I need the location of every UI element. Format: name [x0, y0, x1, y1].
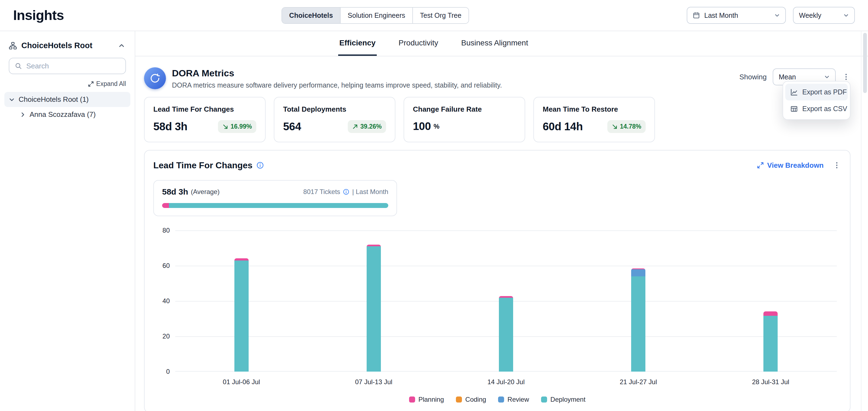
main-content: EfficiencyProductivityBusiness Alignment… [135, 31, 868, 411]
granularity-select[interactable]: Weekly [793, 7, 855, 24]
chart-bar[interactable] [235, 258, 249, 372]
legend-label: Review [507, 396, 529, 403]
y-axis-tick-label: 0 [166, 368, 170, 375]
progress-segment-deployment [169, 203, 388, 208]
summary-qualifier: (Average) [191, 188, 220, 196]
lead-time-kebab-menu-button[interactable] [832, 159, 841, 171]
header-selects: Last Month Weekly [687, 7, 855, 24]
trend-delta-value: 14.78% [620, 123, 641, 130]
y-axis-tick-label: 80 [162, 227, 170, 234]
tab-efficiency[interactable]: Efficiency [338, 31, 376, 56]
legend-item-deployment[interactable]: Deployment [541, 396, 585, 403]
info-icon[interactable] [343, 189, 349, 195]
showing-select-value: Mean [779, 73, 820, 81]
search-box[interactable] [9, 58, 126, 74]
org-tabs: ChoiceHotelsSolution EngineersTest Org T… [281, 7, 469, 24]
x-axis-label: 14 Jul-20 Jul [440, 378, 572, 386]
legend-item-coding[interactable]: Coding [456, 396, 486, 403]
legend-item-review[interactable]: Review [498, 396, 529, 403]
metric-card-label: Total Deployments [283, 105, 386, 113]
trend-delta-value: 16.99% [230, 123, 252, 130]
info-icon[interactable] [256, 162, 264, 169]
dora-title: DORA Metrics [172, 68, 502, 78]
sidebar-collapse-button[interactable] [117, 41, 126, 50]
summary-period: | Last Month [352, 188, 388, 196]
chevron-down-icon [774, 12, 780, 18]
metric-card-mean-time-to-restore: Mean Time To Restore60d 14h14.78% [533, 97, 655, 142]
trend-down-icon [222, 124, 228, 130]
period-select[interactable]: Last Month [687, 7, 786, 24]
summary-row: 58d 3h (Average) 8017 Tickets | Last Mon… [162, 187, 388, 197]
bar-segment-deployment [764, 316, 778, 372]
legend-label: Planning [418, 396, 444, 403]
expand-all-button[interactable]: Expand All [88, 80, 126, 88]
scrollbar-thumb[interactable] [863, 33, 867, 93]
export-menu: Export as PDFExport as CSV [782, 81, 850, 120]
summary-meta: 8017 Tickets | Last Month [303, 188, 388, 196]
menu-item-export-as-pdf[interactable]: Export as PDF [785, 84, 848, 100]
tree-item-label: ChoiceHotels Root (1) [19, 95, 89, 104]
lead-time-summary: 58d 3h (Average) 8017 Tickets | Last Mon… [153, 180, 397, 216]
chart-x-labels: 01 Jul-06 Jul07 Jul-13 Jul14 Jul-20 Jul2… [175, 378, 837, 386]
metric-value-row: 56439.26% [283, 120, 386, 133]
org-tab-solution-engineers[interactable]: Solution Engineers [340, 8, 412, 23]
tree-item-anna-scozzafava-7[interactable]: Anna Scozzafava (7) [4, 107, 130, 122]
tab-business-alignment[interactable]: Business Alignment [460, 31, 529, 56]
trend-badge: 16.99% [218, 120, 256, 133]
period-select-value: Last Month [704, 11, 770, 20]
search-input[interactable] [26, 62, 120, 70]
chart-bar[interactable] [367, 245, 381, 372]
menu-item-label: Export as CSV [802, 105, 847, 113]
metric-card-unit: % [434, 123, 439, 130]
tree-item-label: Anna Scozzafava (7) [30, 110, 96, 119]
chart-legend: PlanningCodingReviewDeployment [153, 396, 841, 403]
chart-gridline [175, 266, 837, 266]
legend-item-planning[interactable]: Planning [409, 396, 444, 403]
metric-card-value: 564 [283, 121, 301, 133]
chevron-down-icon [824, 74, 830, 80]
x-axis-label: 07 Jul-13 Jul [308, 378, 440, 386]
top-bar: Insights ChoiceHotelsSolution EngineersT… [0, 0, 868, 31]
kebab-icon [833, 162, 841, 169]
metric-card-value: 100 [413, 120, 431, 132]
metric-value-row: 60d 14h14.78% [543, 120, 646, 133]
lead-time-title-text: Lead Time For Changes [153, 160, 252, 170]
metric-card-lead-time-for-changes: Lead Time For Changes58d 3h16.99% [144, 97, 266, 142]
trend-up-icon [352, 124, 358, 130]
chart-bar[interactable] [499, 296, 513, 372]
trend-badge: 14.78% [607, 120, 646, 133]
chart-bar[interactable] [631, 268, 645, 372]
scrollbar[interactable] [861, 31, 868, 411]
tab-productivity[interactable]: Productivity [398, 31, 439, 56]
x-axis-label: 28 Jul-31 Jul [705, 378, 837, 386]
view-breakdown-button[interactable]: View Breakdown [757, 161, 824, 170]
org-tab-test-org-tree[interactable]: Test Org Tree [412, 8, 468, 23]
y-axis-tick-label: 20 [162, 333, 170, 340]
y-axis-tick-label: 60 [162, 262, 170, 270]
menu-item-export-as-csv[interactable]: Export as CSV [785, 100, 848, 117]
chart-bar[interactable] [764, 311, 778, 372]
org-tab-choicehotels[interactable]: ChoiceHotels [282, 8, 340, 23]
summary-progress [162, 203, 388, 208]
chart-plot: 020406080 [175, 230, 837, 372]
view-breakdown-label: View Breakdown [767, 161, 824, 170]
metric-card-label: Mean Time To Restore [543, 105, 646, 113]
dora-header: DORA Metrics DORA metrics measure softwa… [144, 56, 850, 90]
tickets-count: 8017 Tickets [303, 188, 340, 196]
menu-item-label: Export as PDF [802, 88, 847, 96]
metric-card-label: Lead Time For Changes [153, 105, 256, 113]
granularity-select-value: Weekly [799, 11, 839, 20]
progress-segment-planning [162, 203, 169, 208]
bar-segment-planning [764, 311, 778, 316]
bar-segment-deployment [631, 276, 645, 372]
metric-card-value: 60d 14h [543, 121, 583, 133]
kebab-icon [842, 73, 850, 81]
chevron-up-icon [118, 42, 125, 49]
legend-swatch [456, 397, 462, 403]
lead-time-card-header: Lead Time For Changes View Breakdown [153, 159, 841, 171]
x-axis-label: 01 Jul-06 Jul [175, 378, 308, 386]
tree-item-choicehotels-root-1[interactable]: ChoiceHotels Root (1) [4, 92, 130, 107]
bar-segment-planning [235, 258, 249, 261]
summary-value: 58d 3h [162, 187, 188, 197]
legend-swatch [409, 397, 415, 403]
